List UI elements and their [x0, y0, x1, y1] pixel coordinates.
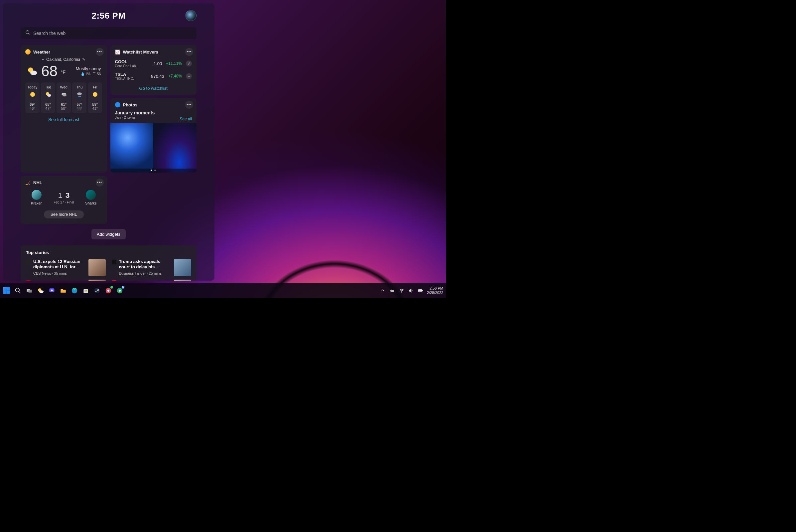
team-logo-kraken — [32, 190, 41, 200]
forecast-day[interactable]: Tue 65°47° — [41, 82, 55, 113]
stock-rows: COOLCore One Lab... 1.00 +11.11% ✓ TSLAT… — [115, 57, 192, 82]
widgets-clock: 2:56 PM — [92, 11, 126, 21]
see-more-nhl-link[interactable]: See more NHL — [44, 210, 84, 218]
file-explorer-icon[interactable] — [59, 287, 67, 294]
notification-badge-icon — [110, 286, 113, 289]
game-meta: Feb 27 · Final — [54, 201, 74, 204]
svg-point-40 — [401, 291, 402, 292]
nhl-widget[interactable]: 🏒 NHL ••• Kraken 1 3 Feb 27 · Final — [21, 176, 107, 224]
svg-point-31 — [95, 291, 96, 292]
story-item[interactable]: U.S. expels 12 Russian diplomats at U.N.… — [26, 259, 106, 276]
search-input[interactable] — [33, 31, 192, 36]
svg-line-15 — [19, 291, 20, 293]
svg-point-4 — [30, 92, 35, 97]
tray-date: 2/28/2022 — [427, 291, 443, 295]
see-full-forecast-link[interactable]: See full forecast — [25, 117, 102, 122]
forecast-day[interactable]: Wed 61°50° — [57, 82, 71, 113]
add-widgets-button[interactable]: Add widgets — [91, 229, 126, 240]
publisher-icon — [26, 260, 31, 264]
volume-tray-icon[interactable] — [408, 288, 414, 293]
publisher-icon — [112, 280, 116, 281]
forecast-day[interactable]: Today 69°46° — [25, 82, 40, 113]
carousel-dot[interactable] — [151, 170, 152, 171]
forecast-row: Today 69°46°Tue 65°47°Wed 61°50°Thu 57°4… — [25, 82, 102, 113]
watchlist-more-button[interactable]: ••• — [185, 48, 193, 56]
aqi-icon: ☰ — [92, 72, 96, 76]
chat-taskbar-icon[interactable] — [48, 287, 56, 294]
watchlist-widget[interactable]: 📈 Watchlist Movers ••• COOLCore One Lab.… — [110, 45, 197, 95]
watchlist-title: Watchlist Movers — [123, 50, 158, 55]
svg-rect-44 — [419, 290, 422, 291]
svg-line-11 — [79, 96, 80, 97]
story-item[interactable]: Ukraine Invasion: What to Know Today Abo… — [112, 280, 191, 281]
photo-thumbnail[interactable] — [153, 123, 196, 173]
svg-marker-41 — [409, 289, 411, 292]
battery-tray-icon[interactable] — [418, 288, 423, 293]
svg-rect-17 — [29, 290, 32, 292]
forecast-day[interactable]: Fri 59°41° — [88, 82, 102, 113]
profile-avatar[interactable] — [185, 10, 196, 21]
task-view-button[interactable] — [25, 287, 33, 294]
svg-point-21 — [51, 290, 53, 291]
team1-score: 1 — [58, 191, 62, 200]
svg-rect-22 — [61, 290, 66, 292]
photos-more-button[interactable]: ••• — [185, 101, 193, 109]
chrome-icon[interactable] — [105, 287, 112, 294]
onedrive-tray-icon[interactable] — [390, 288, 395, 293]
photos-seeall-link[interactable]: See all — [179, 117, 192, 121]
forecast-icon — [76, 91, 83, 98]
taskbar-search-button[interactable] — [14, 287, 22, 294]
current-temp: 68 — [41, 64, 58, 78]
publisher-icon — [112, 260, 116, 264]
microsoft-store-icon[interactable] — [82, 287, 90, 294]
forecast-icon — [60, 91, 67, 98]
weather-taskbar-icon[interactable] — [37, 287, 44, 294]
condition-text: Mostly sunny — [69, 66, 101, 71]
story-thumbnail — [174, 259, 191, 276]
aqi-value: 56 — [97, 72, 101, 76]
forecast-icon — [92, 91, 98, 98]
notification-badge-icon: ↻ — [121, 286, 125, 289]
edit-location-icon[interactable]: ✎ — [82, 57, 86, 62]
go-to-watchlist-link[interactable]: Go to watchlist — [115, 86, 192, 91]
edge-browser-icon[interactable] — [71, 287, 78, 294]
start-button[interactable] — [3, 287, 11, 294]
temp-unit: °F — [61, 70, 65, 75]
svg-line-1 — [29, 33, 30, 34]
story-item[interactable]: Trump asks appeals court to delay his te… — [112, 259, 191, 276]
photo-thumbnail[interactable] — [110, 123, 154, 173]
tray-chevron-icon[interactable] — [380, 288, 386, 293]
chrome-canary-icon[interactable]: ↻ — [116, 287, 124, 294]
svg-point-6 — [47, 94, 51, 97]
weather-more-button[interactable]: ••• — [96, 48, 104, 56]
add-icon[interactable]: ＋ — [186, 73, 192, 79]
weather-location: Oakland, California — [46, 57, 80, 62]
widgets-panel: 2:56 PM Weather ••• ⌖ Oakland, Californi… — [3, 3, 214, 281]
nhl-more-button[interactable]: ••• — [96, 178, 104, 187]
stock-row[interactable]: TSLATESLA, INC. 870.43 +7.48% ＋ — [115, 70, 192, 82]
story-thumbnail — [174, 280, 191, 281]
search-bar[interactable] — [21, 27, 196, 39]
precip-value: 1% — [85, 72, 91, 76]
team1-name: Kraken — [31, 201, 42, 205]
team-logo-sharks — [86, 190, 96, 200]
weather-widget[interactable]: Weather ••• ⌖ Oakland, California ✎ 68 °… — [21, 45, 107, 173]
svg-point-8 — [62, 94, 67, 96]
check-icon[interactable]: ✓ — [186, 60, 192, 66]
wifi-tray-icon[interactable] — [399, 288, 404, 293]
stocks-icon: 📈 — [115, 49, 120, 55]
carousel-dot[interactable] — [154, 170, 156, 171]
tray-clock[interactable]: 2:56 PM 2/28/2022 — [427, 286, 443, 295]
svg-point-19 — [39, 290, 43, 293]
precip-icon: 💧 — [80, 72, 85, 76]
svg-point-37 — [119, 290, 121, 291]
taskbar: ↻ 2:56 PM 2/28/2022 — [0, 283, 446, 298]
nhl-title: NHL — [33, 180, 42, 185]
forecast-day[interactable]: Thu 57°44° — [72, 82, 87, 113]
photos-widget[interactable]: Photos ••• January moments Jan · 2 items… — [110, 98, 197, 173]
story-item[interactable]: Estée Lauder fires a senior executive fo… — [26, 280, 106, 281]
svg-rect-26 — [86, 290, 87, 291]
photos-title: Photos — [123, 102, 138, 108]
steam-icon[interactable] — [93, 287, 101, 294]
stock-row[interactable]: COOLCore One Lab... 1.00 +11.11% ✓ — [115, 57, 192, 70]
